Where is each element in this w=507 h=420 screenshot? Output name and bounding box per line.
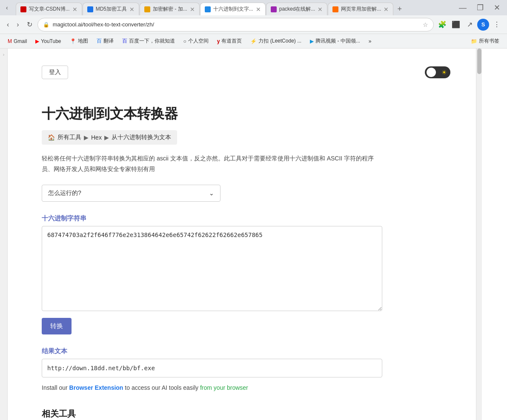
tab-favicon-hex: [205, 6, 211, 12]
back-button[interactable]: ‹: [4, 19, 11, 30]
tab-close-wangye[interactable]: ✕: [384, 6, 389, 12]
bookmark-more[interactable]: »: [365, 37, 375, 46]
new-tab-button[interactable]: +: [394, 3, 405, 15]
bookmark-folder[interactable]: 📁 所有书签: [467, 36, 503, 46]
tab-label-packed: packed在线解...: [279, 6, 315, 13]
tab-close-md5[interactable]: ✕: [129, 6, 135, 12]
close-button[interactable]: ✕: [490, 2, 504, 13]
theme-toggle[interactable]: ☀: [425, 66, 450, 78]
sun-icon: ☀: [441, 69, 447, 76]
bookmark-space-label: 个人空间: [188, 37, 209, 45]
gmail-icon: M: [8, 38, 12, 44]
result-input[interactable]: [42, 359, 382, 377]
bookmark-map[interactable]: 📍 地图: [66, 36, 92, 46]
tab-close-packed[interactable]: ✕: [318, 6, 323, 12]
how-it-works-dropdown[interactable]: 怎么运行的? ⌄: [42, 185, 221, 202]
tab-close-jiami[interactable]: ✕: [190, 6, 195, 12]
tab-favicon-csdn: [20, 6, 26, 12]
space-icon: ○: [183, 38, 186, 44]
maximize-button[interactable]: ❐: [473, 2, 487, 13]
profile-avatar-button[interactable]: S: [477, 19, 489, 31]
bookmark-tencent-label: 腾讯视频 - 中国领...: [315, 37, 360, 45]
scroll-thumb[interactable]: [477, 49, 481, 74]
bookmark-star-icon[interactable]: ☆: [423, 21, 428, 28]
forward-button[interactable]: ›: [14, 19, 21, 30]
bookmark-youdao[interactable]: y 有道首页: [214, 36, 246, 46]
sidebar-right: [476, 49, 482, 420]
breadcrumb-all-tools[interactable]: 所有工具: [57, 134, 81, 141]
related-tools-title: 相关工具: [42, 408, 450, 420]
title-bar: ‹ 写文章-CSDN博... ✕ MD5加密工具 ✕ 加密解密 - 加... ✕…: [0, 0, 507, 15]
leetcode-icon: ⚡: [250, 38, 257, 44]
main-content: 登入 ☀ 十六进制到文本转换器 🏠 所有工具 ▶ Hex ▶ 从十六进制转换为文…: [8, 49, 476, 420]
translate-icon: 百: [97, 37, 102, 45]
breadcrumb-sep2: ▶: [104, 134, 109, 141]
tab-close-csdn[interactable]: ✕: [72, 6, 77, 12]
install-text-before: Install our: [42, 384, 69, 391]
breadcrumb-current: 从十六进制转换为文本: [112, 134, 171, 141]
toolbar-icons: 🧩 ⬛ ↗ S ⋮: [436, 19, 503, 31]
security-icon: 🔒: [43, 22, 49, 28]
bookmark-gmail-label: Gmail: [14, 38, 27, 44]
tab-favicon-md5: [87, 6, 93, 12]
folder-label: 所有书签: [479, 37, 499, 45]
tab-packed[interactable]: packed在线解... ✕: [266, 3, 328, 15]
cast-button[interactable]: ↗: [464, 19, 475, 31]
tab-wangye[interactable]: 网页常用加密解... ✕: [328, 3, 393, 15]
tab-label-md5: MD5加密工具: [96, 6, 127, 13]
reload-button[interactable]: ↻: [24, 19, 35, 30]
baidu-icon: 百: [122, 37, 127, 45]
sidebar-toggle-btn[interactable]: ‹: [3, 3, 11, 13]
bookmark-gmail[interactable]: M Gmail: [4, 37, 30, 46]
sidebar-left: ›: [0, 49, 8, 420]
tab-jiami[interactable]: 加密解密 - 加... ✕: [140, 3, 200, 15]
bookmark-youtube[interactable]: ▶ YouTube: [32, 37, 64, 46]
youdao-icon: y: [217, 38, 220, 44]
hex-input-label: 十六进制字符串: [42, 214, 450, 223]
browser-extension-link[interactable]: Browser Extension: [69, 384, 123, 391]
bookmark-youdao-label: 有道首页: [221, 37, 242, 45]
breadcrumb-hex[interactable]: Hex: [91, 134, 102, 141]
tencent-icon: ▶: [310, 38, 314, 44]
hex-input[interactable]: 687474703a2f2f646f776e2e313864642e6e6574…: [42, 226, 382, 311]
tab-favicon-jiami: [144, 6, 150, 12]
bookmark-space[interactable]: ○ 个人空间: [180, 36, 212, 46]
window-controls: ‹: [3, 3, 11, 13]
install-banner: Install our Browser Extension to access …: [42, 384, 450, 391]
bookmark-translate[interactable]: 百 翻译: [93, 36, 117, 46]
bookmark-baidu[interactable]: 百 百度一下，你就知道: [119, 36, 178, 46]
result-label: 结果文本: [42, 347, 450, 355]
tab-favicon-wangye: [332, 6, 338, 12]
bookmark-leetcode[interactable]: ⚡ 力扣 (LeetCode) ...: [247, 36, 305, 46]
folder-icon: 📁: [471, 38, 477, 44]
bookmark-tencent[interactable]: ▶ 腾讯视频 - 中国领...: [306, 36, 364, 46]
breadcrumb-sep1: ▶: [84, 134, 89, 141]
tabs-bar: 写文章-CSDN博... ✕ MD5加密工具 ✕ 加密解密 - 加... ✕ 十…: [16, 0, 450, 15]
minimize-button[interactable]: —: [455, 3, 470, 13]
url-text: magictool.ai/tool/hex-to-text-converter/…: [53, 21, 419, 28]
bookmark-map-label: 地图: [78, 37, 88, 45]
breadcrumb: 🏠 所有工具 ▶ Hex ▶ 从十六进制转换为文本: [42, 130, 177, 145]
install-green-text: from your browser: [200, 384, 248, 391]
address-bar: ‹ › ↻ 🔒 magictool.ai/tool/hex-to-text-co…: [0, 15, 507, 34]
tab-label-csdn: 写文章-CSDN博...: [29, 6, 70, 13]
page-content: › 登入 ☀ 十六进制到文本转换器 🏠 所有工具 ▶ Hex ▶ 从十六进: [0, 49, 507, 420]
extensions-button[interactable]: 🧩: [436, 19, 448, 31]
page-title: 十六进制到文本转换器: [42, 105, 450, 123]
profile-extension-button[interactable]: ⬛: [450, 19, 462, 31]
breadcrumb-home-icon: 🏠: [48, 134, 55, 141]
youtube-icon: ▶: [35, 38, 39, 44]
tab-md5[interactable]: MD5加密工具 ✕: [83, 3, 139, 15]
bookmarks-bar: M Gmail ▶ YouTube 📍 地图 百 翻译 百 百度一下，你就知道 …: [0, 34, 507, 49]
tab-csdn[interactable]: 写文章-CSDN博... ✕: [16, 3, 82, 15]
sidebar-arrow: ›: [3, 52, 5, 57]
address-box[interactable]: 🔒 magictool.ai/tool/hex-to-text-converte…: [37, 18, 434, 31]
convert-button[interactable]: 转换: [42, 318, 72, 334]
tab-hex[interactable]: 十六进制到文字... ✕: [200, 3, 266, 15]
map-icon: 📍: [70, 38, 76, 44]
menu-button[interactable]: ⋮: [491, 19, 503, 31]
tab-close-hex[interactable]: ✕: [256, 6, 261, 12]
bookmark-leetcode-label: 力扣 (LeetCode) ...: [258, 37, 301, 45]
login-button[interactable]: 登入: [42, 66, 68, 79]
browser-frame: ‹ 写文章-CSDN博... ✕ MD5加密工具 ✕ 加密解密 - 加... ✕…: [0, 0, 507, 420]
